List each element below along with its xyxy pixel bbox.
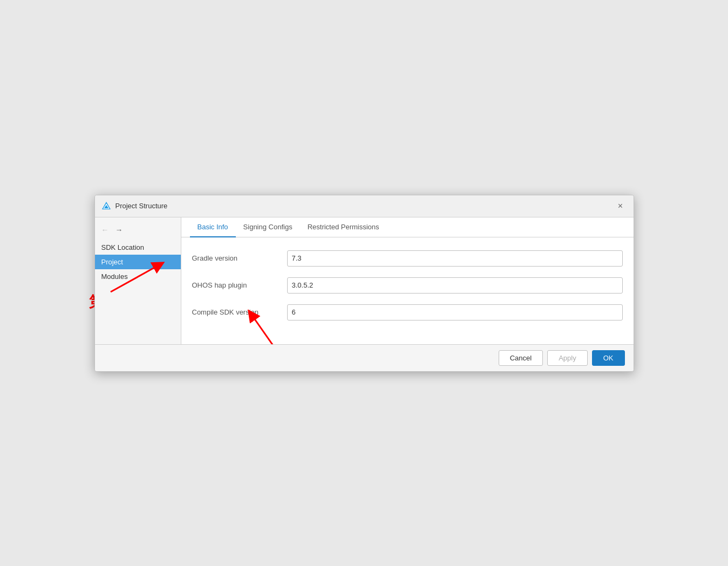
gradle-version-input[interactable] — [287, 250, 623, 267]
apply-button[interactable]: Apply — [547, 350, 588, 366]
app-icon — [101, 201, 111, 211]
title-bar: Project Structure × — [95, 195, 634, 217]
ohos-hap-plugin-label: OHOS hap plugin — [192, 281, 278, 289]
back-button[interactable]: ← — [99, 224, 111, 236]
compile-sdk-version-row: Compile SDK version — [192, 304, 623, 320]
compile-sdk-version-input[interactable] — [287, 304, 623, 320]
dialog-title: Project Structure — [115, 202, 168, 210]
sidebar-item-modules[interactable]: Modules — [95, 269, 181, 284]
main-content: Basic Info Signing Configs Restricted Pe… — [181, 217, 634, 344]
tab-restricted-permissions[interactable]: Restricted Permissions — [300, 217, 387, 237]
ohos-hap-plugin-row: OHOS hap plugin — [192, 277, 623, 294]
tab-basic-info[interactable]: Basic Info — [190, 217, 236, 237]
ohos-hap-plugin-input[interactable] — [287, 277, 623, 294]
nav-arrows: ← → — [95, 222, 181, 240]
sidebar: ← → SDK Location Project Modules — [95, 217, 181, 344]
compile-sdk-version-label: Compile SDK version — [192, 308, 278, 316]
sidebar-item-sdk-location[interactable]: SDK Location — [95, 240, 181, 255]
dialog-footer: Cancel Apply OK — [95, 344, 634, 371]
ok-button[interactable]: OK — [592, 350, 625, 366]
cancel-button[interactable]: Cancel — [499, 350, 543, 366]
project-structure-dialog: Project Structure × ← → SDK Location Pro… — [94, 195, 634, 372]
forward-button[interactable]: → — [113, 224, 125, 236]
gradle-version-row: Gradle version — [192, 250, 623, 267]
close-button[interactable]: × — [614, 200, 627, 213]
gradle-version-label: Gradle version — [192, 254, 278, 262]
tabs-bar: Basic Info Signing Configs Restricted Pe… — [181, 217, 634, 237]
form-area: Gradle version OHOS hap plugin Compile S… — [181, 237, 634, 344]
sidebar-item-project[interactable]: Project — [95, 255, 181, 269]
tab-signing-configs[interactable]: Signing Configs — [236, 217, 300, 237]
